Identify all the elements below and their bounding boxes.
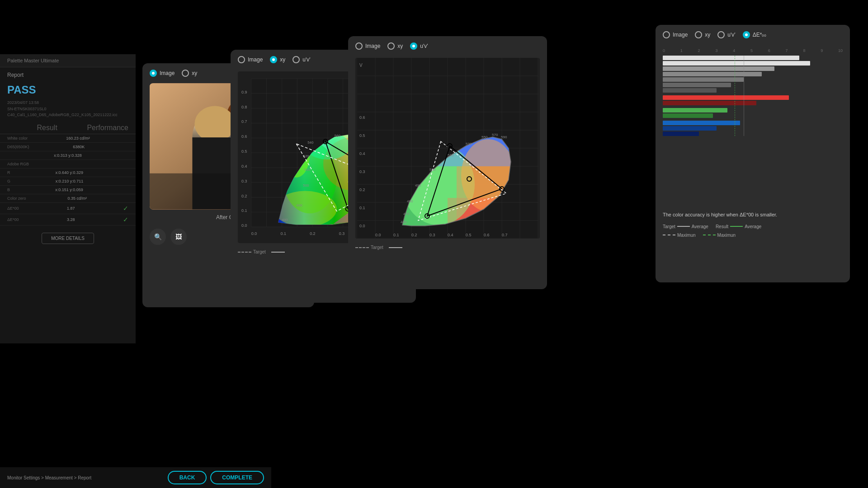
svg-text:0.0: 0.0 <box>251 231 257 236</box>
svg-text:530: 530 <box>466 142 472 146</box>
radio-circle-active <box>270 56 277 63</box>
delta-bar-chart: 0 1 2 3 4 5 6 7 8 9 10 <box>663 48 843 202</box>
table-row: Adobe RGB <box>0 160 136 169</box>
table-header: Result Performance <box>0 122 136 134</box>
result-line <box>271 252 285 253</box>
more-details-button[interactable]: MORE DETAILS <box>42 233 94 244</box>
radio-circle <box>238 56 245 63</box>
tab-xy-delta[interactable]: xy <box>695 31 710 38</box>
uv-legend-bar: Target <box>348 240 547 254</box>
svg-text:570: 570 <box>492 133 498 137</box>
tab-image-cie2[interactable]: Image <box>355 42 380 50</box>
result-line <box>389 247 402 248</box>
delta-legend: Target Average Result Average <box>656 222 850 231</box>
svg-text:560: 560 <box>335 134 341 138</box>
radio-circle <box>695 31 702 38</box>
table-row: x:0.313 y:0.328 <box>0 151 136 160</box>
svg-text:460: 460 <box>401 220 407 224</box>
report-meta: 2023/04/07 13:58 SN-ETNSK00371SL0 C40_Ca… <box>0 99 136 122</box>
image-button[interactable]: 🖼 <box>170 229 187 245</box>
tab-xy-cie1[interactable]: xy <box>270 56 285 63</box>
table-row: G x:0.210 y:0.711 <box>0 177 136 186</box>
report-section: Report <box>0 67 136 81</box>
app-header: Palette Master Ultimate <box>0 54 136 67</box>
svg-text:0.4: 0.4 <box>241 164 247 169</box>
cie-uv-tabs: Image xy u'v' <box>348 36 547 56</box>
zoom-button[interactable]: 🔍 <box>150 229 166 245</box>
svg-text:V: V <box>359 63 363 68</box>
svg-text:510: 510 <box>448 153 454 157</box>
svg-text:0.5: 0.5 <box>466 233 472 237</box>
svg-text:550: 550 <box>481 135 488 139</box>
target-dashed <box>355 247 369 248</box>
tab-image[interactable]: Image <box>150 70 175 77</box>
svg-text:0.6: 0.6 <box>484 233 490 237</box>
radio-circle <box>387 42 395 50</box>
radio-circle <box>663 31 670 38</box>
svg-text:0.3: 0.3 <box>359 169 365 174</box>
delta-tabs: Image xy u'v' ΔE*₀₀ <box>656 25 850 45</box>
svg-text:0.0: 0.0 <box>375 233 381 237</box>
svg-text:0.3: 0.3 <box>241 179 247 183</box>
radio-circle <box>717 31 725 38</box>
radio-circle <box>292 56 300 63</box>
svg-text:0.6: 0.6 <box>241 134 247 139</box>
tab-image-delta[interactable]: Image <box>663 31 688 38</box>
radio-image <box>150 70 157 77</box>
svg-text:0.2: 0.2 <box>359 188 365 192</box>
svg-point-6 <box>194 106 235 142</box>
table-row: ΔE*00 1.87 ✓ <box>0 203 136 214</box>
svg-text:590: 590 <box>501 135 507 139</box>
tab-xy[interactable]: xy <box>182 70 197 77</box>
tab-uv-delta[interactable]: u'v' <box>717 31 735 38</box>
table-row: Color zero 0.35 cd/m² <box>0 194 136 203</box>
svg-text:0.7: 0.7 <box>241 119 247 124</box>
cie-uv-panel: Image xy u'v' <box>348 36 547 289</box>
svg-text:490: 490 <box>296 203 302 207</box>
table-row: B x:0.151 y:0.059 <box>0 186 136 194</box>
legend-result-max: Maximun <box>703 233 736 238</box>
delta-panel: Image xy u'v' ΔE*₀₀ 0 1 2 3 4 5 6 7 8 9 <box>656 25 850 282</box>
tab-image-cie1[interactable]: Image <box>238 56 263 63</box>
svg-text:540: 540 <box>307 141 314 145</box>
delta-legend-2: Maximun Maximun <box>656 231 850 239</box>
tab-delta-e[interactable]: ΔE*₀₀ <box>743 31 767 38</box>
svg-text:480: 480 <box>282 218 288 222</box>
table-row: White color 160.23 cd/m² <box>0 134 136 143</box>
legend-target: Target Average <box>663 224 708 229</box>
report-panel: Palette Master Ultimate Report PASS 2023… <box>0 54 136 343</box>
navigation-bar: Monitor Settings > Measurement > Report … <box>0 467 271 488</box>
tab-uv-cie2[interactable]: u'v' <box>410 42 428 50</box>
svg-text:0.0: 0.0 <box>359 224 365 228</box>
image-icon: 🖼 <box>175 233 182 240</box>
svg-text:0.4: 0.4 <box>448 233 453 237</box>
target-line <box>238 252 251 253</box>
complete-button[interactable]: COMPLETE <box>210 471 264 484</box>
breadcrumb: Monitor Settings > Measurement > Report <box>7 475 91 480</box>
legend-result: Result Average <box>716 224 761 229</box>
svg-text:0.6: 0.6 <box>359 115 365 120</box>
svg-text:0.1: 0.1 <box>281 231 286 236</box>
tab-uv-cie1[interactable]: u'v' <box>292 56 310 63</box>
svg-text:520: 520 <box>303 154 309 158</box>
accuracy-text: The color accuracy is higher when ΔE*00 … <box>656 206 850 222</box>
svg-text:0.3: 0.3 <box>339 231 344 236</box>
radio-xy <box>182 70 189 77</box>
table-row: R x:0.640 y:0.329 <box>0 169 136 177</box>
svg-text:0.7: 0.7 <box>502 233 508 237</box>
tab-xy-cie2[interactable]: xy <box>387 42 403 50</box>
svg-text:470: 470 <box>403 212 410 216</box>
svg-text:490: 490 <box>415 183 421 188</box>
svg-text:0.5: 0.5 <box>241 149 247 154</box>
radio-circle-active <box>410 42 417 50</box>
svg-text:0.1: 0.1 <box>393 233 399 237</box>
svg-text:0.2: 0.2 <box>241 194 247 198</box>
legend-target-max: Maximun <box>663 233 696 238</box>
svg-text:500: 500 <box>429 168 436 172</box>
back-button[interactable]: BACK <box>168 471 207 484</box>
svg-text:510: 510 <box>304 168 311 172</box>
svg-text:0.4: 0.4 <box>359 151 365 156</box>
svg-text:0.0: 0.0 <box>241 223 247 228</box>
svg-text:0.2: 0.2 <box>310 231 315 236</box>
svg-text:0.3: 0.3 <box>429 233 435 237</box>
